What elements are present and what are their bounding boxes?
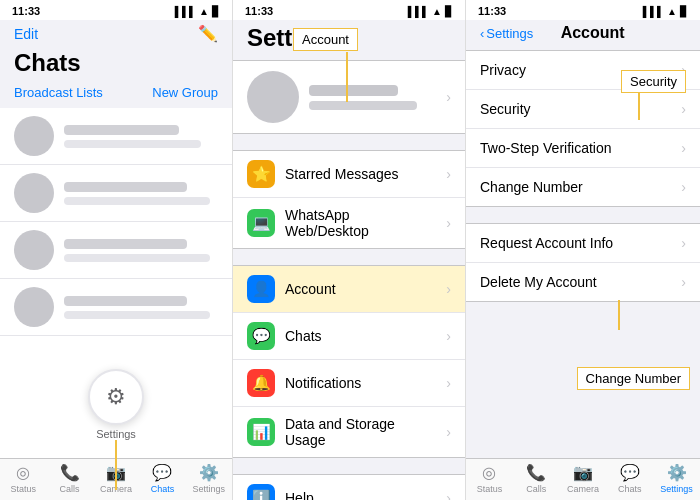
annotation-security-label: Security: [621, 70, 686, 93]
tab-status-label: Status: [10, 484, 36, 494]
back-button[interactable]: ‹ Settings: [480, 26, 533, 41]
status-tab-icon: ◎: [16, 463, 30, 482]
settings-row-help[interactable]: ℹ️ Help ›: [233, 475, 465, 500]
tab-chats-label: Chats: [151, 484, 175, 494]
annotation-account-label: Account: [293, 28, 358, 51]
storage-label: Data and Storage Usage: [285, 416, 436, 448]
notifications-chevron: ›: [446, 375, 451, 391]
tab3-camera[interactable]: 📷 Camera: [560, 463, 607, 494]
account-row-twostep[interactable]: Two-Step Verification ›: [466, 129, 700, 168]
tab3-calls[interactable]: 📞 Calls: [513, 463, 560, 494]
settings-tab-icon: ⚙️: [199, 463, 219, 482]
account-row-requestinfo[interactable]: Request Account Info ›: [466, 224, 700, 263]
tab-calls[interactable]: 📞 Calls: [46, 463, 92, 494]
security-chevron: ›: [681, 101, 686, 117]
twostep-label: Two-Step Verification: [480, 140, 681, 156]
time-1: 11:33: [12, 5, 40, 17]
tab3-calls-label: Calls: [526, 484, 546, 494]
storage-icon: 📊: [247, 418, 275, 446]
whatsapp-web-icon: 💻: [247, 209, 275, 237]
avatar: [14, 173, 54, 213]
wifi-icon-3: ▲: [667, 6, 677, 17]
whatsapp-web-label: WhatsApp Web/Desktop: [285, 207, 436, 239]
chats-title: Chats: [0, 49, 232, 83]
chat-item[interactable]: [0, 108, 232, 165]
profile-chevron: ›: [446, 89, 451, 105]
settings-panel-wrapper: Account 11:33 ▌▌▌ ▲ ▊ Settings › ⭐: [233, 0, 466, 500]
notifications-label: Notifications: [285, 375, 436, 391]
settings-row-webdesktop[interactable]: 💻 WhatsApp Web/Desktop ›: [233, 198, 465, 248]
chat-msg-bar: [64, 197, 210, 205]
battery-icon-2: ▊: [445, 6, 453, 17]
tab3-chats[interactable]: 💬 Chats: [606, 463, 653, 494]
chats-chevron: ›: [446, 328, 451, 344]
signal-icon-2: ▌▌▌: [408, 6, 429, 17]
chat-name-bar: [64, 296, 187, 306]
settings3-tab-icon: ⚙️: [667, 463, 687, 482]
account-panel-wrapper: Security Change Number 11:33 ▌▌▌ ▲ ▊ ‹ S…: [466, 0, 700, 500]
broadcast-link[interactable]: Broadcast Lists: [14, 85, 103, 100]
chat-msg-bar: [64, 311, 210, 319]
account-row-changenumber[interactable]: Change Number ›: [466, 168, 700, 206]
new-group-link[interactable]: New Group: [152, 85, 218, 100]
account-row-delete[interactable]: Delete My Account ›: [466, 263, 700, 301]
help-chevron: ›: [446, 490, 451, 500]
settings-row-chats[interactable]: 💬 Chats ›: [233, 313, 465, 360]
profile-name-bar: [309, 85, 398, 96]
battery-icon: ▊: [212, 6, 220, 17]
chat-name-bar: [64, 125, 179, 135]
wifi-icon-2: ▲: [432, 6, 442, 17]
tab-settings[interactable]: ⚙️ Settings: [186, 463, 232, 494]
time-3: 11:33: [478, 5, 506, 17]
account-nav: ‹ Settings Account: [466, 20, 700, 50]
annotation-account-line: [346, 52, 348, 102]
chat-name-bar: [64, 239, 187, 249]
annotation-security-line: [638, 90, 640, 120]
settings-overlay: ⚙ Settings: [88, 369, 144, 440]
web-chevron: ›: [446, 215, 451, 231]
settings-row-starred[interactable]: ⭐ Starred Messages ›: [233, 151, 465, 198]
starred-messages-icon: ⭐: [247, 160, 275, 188]
status-bar-3: 11:33 ▌▌▌ ▲ ▊: [466, 0, 700, 20]
chat-item[interactable]: [0, 279, 232, 336]
quick-links: Broadcast Lists New Group: [0, 83, 232, 108]
avatar: [14, 230, 54, 270]
compose-icon[interactable]: ✏️: [198, 24, 218, 43]
account-row-security[interactable]: Security ›: [466, 90, 700, 129]
wifi-icon: ▲: [199, 6, 209, 17]
changenumber-chevron: ›: [681, 179, 686, 195]
help-icon: ℹ️: [247, 484, 275, 500]
settings-row-storage[interactable]: 📊 Data and Storage Usage ›: [233, 407, 465, 457]
settings-row-account[interactable]: 👤 Account ›: [233, 266, 465, 313]
avatar: [14, 116, 54, 156]
avatar: [14, 287, 54, 327]
tab3-settings[interactable]: ⚙️ Settings: [653, 463, 700, 494]
profile-row[interactable]: ›: [233, 60, 465, 134]
tab-bar-3: ◎ Status 📞 Calls 📷 Camera 💬 Chats ⚙️ Set…: [466, 458, 700, 500]
chats-panel: 11:33 ▌▌▌ ▲ ▊ Edit ✏️ Chats Broadcast Li…: [0, 0, 233, 500]
settings-row-notifications[interactable]: 🔔 Notifications ›: [233, 360, 465, 407]
chats-tab-icon: 💬: [152, 463, 172, 482]
chats3-tab-icon: 💬: [620, 463, 640, 482]
edit-button[interactable]: Edit: [14, 26, 38, 42]
starred-chevron: ›: [446, 166, 451, 182]
status-bar-1: 11:33 ▌▌▌ ▲ ▊: [0, 0, 232, 20]
tab-chats[interactable]: 💬 Chats: [139, 463, 185, 494]
calls-tab-icon: 📞: [60, 463, 80, 482]
signal-icon-3: ▌▌▌: [643, 6, 664, 17]
chat-item[interactable]: [0, 222, 232, 279]
tab3-status[interactable]: ◎ Status: [466, 463, 513, 494]
chat-info: [64, 125, 208, 148]
status-icons-3: ▌▌▌ ▲ ▊: [643, 6, 688, 17]
tab-status[interactable]: ◎ Status: [0, 463, 46, 494]
settings-circle-label: Settings: [96, 428, 136, 440]
tab3-chats-label: Chats: [618, 484, 642, 494]
storage-chevron: ›: [446, 424, 451, 440]
account-chevron: ›: [446, 281, 451, 297]
delete-account-label: Delete My Account: [480, 274, 681, 290]
profile-sub-bar: [309, 101, 417, 110]
tab-calls-label: Calls: [60, 484, 80, 494]
account-settings-label: Account: [285, 281, 436, 297]
tab3-status-label: Status: [477, 484, 503, 494]
chat-item[interactable]: [0, 165, 232, 222]
